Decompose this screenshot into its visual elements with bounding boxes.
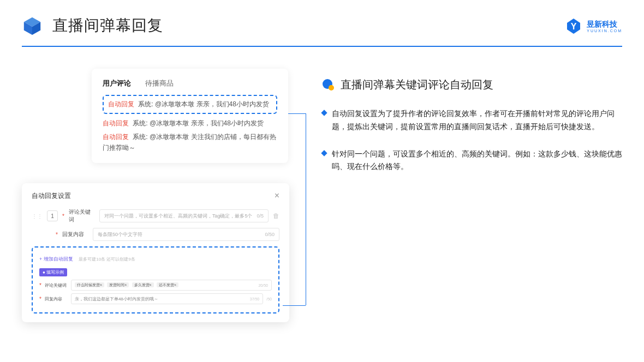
svg-text:Y: Y [571, 22, 577, 31]
tab-user-comments[interactable]: 用户评论 [103, 79, 131, 88]
brand-icon: Y [565, 17, 582, 35]
page-title: 直播间弹幕回复 [52, 15, 163, 36]
diamond-bullet-icon [321, 150, 327, 156]
comment-panel: 用户评论 待播商品 自动回复 系统: @冰墩墩本墩 亲亲，我们48小时内发货 自… [92, 69, 288, 163]
drag-handle-icon[interactable]: ⋮⋮ [32, 213, 43, 219]
example-badge: ● 填写示例 [39, 268, 67, 276]
connector-line [288, 113, 306, 114]
connector-line [306, 113, 306, 305]
content-label: 回复内容 [62, 231, 88, 238]
example-keyword-input[interactable]: 什么时候发货× 发货时间× 多久发货× 还不发货× 20/50 [71, 280, 272, 291]
modal-title: 自动回复设置 [32, 191, 71, 201]
diamond-bullet-icon [321, 110, 327, 116]
tab-pending-products[interactable]: 待播商品 [145, 79, 174, 88]
autoreply-tag: 自动回复 [108, 100, 134, 108]
content-input[interactable]: 每条限50个中文字符 0/50 [93, 228, 279, 241]
example-section: + 增加自动回复 最多可建10条 还可以创建9条 ● 填写示例 * 评论关键词 … [32, 246, 279, 313]
example-content-input[interactable]: 亲，我们这边都是下单48小时内发货的哦～ 37/50 [71, 293, 263, 304]
keyword-label: 评论关键词 [69, 208, 95, 224]
svg-point-5 [329, 85, 334, 90]
brand-cn: 昱新科技 [587, 20, 622, 28]
close-icon[interactable]: × [275, 191, 279, 201]
brand-logo: Y 昱新科技 YUUXIN.COM [565, 17, 622, 35]
logo-cube-icon [22, 15, 43, 36]
chat-bubble-icon [322, 79, 335, 92]
delete-icon[interactable]: 🗑 [273, 212, 279, 220]
bullet-item: 针对同一个问题，可设置多个相近的、高频的关键词。例如：这款多少钱、这块能优惠吗、… [322, 148, 622, 174]
comment-line: 自动回复 系统: @冰墩墩本墩 关注我们的店铺，每日都有热门推荐呦～ [103, 132, 277, 153]
keyword-input[interactable]: 对同一个问题，可设置多个相近、高频的关键词，Tag确定，最多5个 0/5 [99, 209, 269, 222]
comment-line: 自动回复 系统: @冰墩墩本墩 亲亲，我们48小时内发货 [103, 118, 277, 129]
brand-en: YUUXIN.COM [587, 29, 622, 33]
highlighted-comment: 自动回复 系统: @冰墩墩本墩 亲亲，我们48小时内发货 [103, 95, 277, 114]
section-title: 直播间弹幕关键词评论自动回复 [341, 77, 493, 92]
connector-line [283, 305, 306, 306]
index-box: 1 [47, 210, 58, 221]
autoreply-settings-modal: 自动回复设置 × ⋮⋮ 1 * 评论关键词 对同一个问题，可设置多个相近、高频的… [22, 183, 289, 322]
bullet-item: 自动回复设置为了提升作者的评论回复效率，作者可在开播前针对常见的评论用户问题，提… [322, 107, 622, 134]
add-autoreply-link[interactable]: + 增加自动回复 [39, 256, 73, 263]
